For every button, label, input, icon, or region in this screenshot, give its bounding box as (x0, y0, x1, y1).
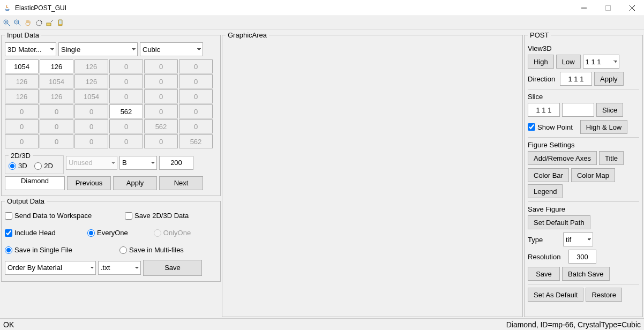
matrix-cell-4-1: 0 (40, 119, 73, 133)
everyone-radio[interactable]: EveryOne (87, 229, 128, 237)
set-default-path-button[interactable]: Set Default Path (528, 215, 590, 229)
figure-save-button[interactable]: Save (528, 267, 560, 281)
slice-header: Slice (528, 93, 639, 101)
matrix-cell-3-3[interactable]: 562 (109, 104, 143, 118)
resolution-input[interactable] (568, 250, 596, 264)
matrix-cell-0-0[interactable]: 1054 (5, 59, 39, 73)
dimension-legend: 2D/3D (9, 152, 33, 160)
matrix-cell-4-5: 0 (179, 119, 213, 133)
close-button[interactable] (620, 0, 644, 16)
matrix-cell-3-5: 0 (179, 104, 213, 118)
handheld-icon[interactable] (56, 18, 65, 28)
java-icon (3, 4, 12, 12)
matrix-cell-0-4: 0 (144, 59, 178, 73)
matrix-cell-0-3: 0 (109, 59, 143, 73)
batch-save-button[interactable]: Batch Save (562, 267, 610, 281)
legend-button: Legend (528, 184, 563, 198)
matrix-cell-1-4: 0 (144, 74, 178, 88)
status-bar: OK Diamond, ID=mp-66, CrystalType=Cubic (0, 318, 644, 330)
high-low-button[interactable]: High & Low (580, 120, 627, 134)
crystal-select[interactable]: Cubic (140, 42, 203, 56)
axes-button[interactable]: Add/Remove Axes (528, 151, 597, 165)
property-select[interactable]: B (119, 156, 157, 170)
svg-rect-1 (605, 5, 610, 10)
matrix-cell-3-2: 0 (74, 104, 108, 118)
matrix-cell-5-3: 0 (109, 134, 143, 148)
data-cursor-icon[interactable] (45, 18, 55, 28)
count-select[interactable]: Single (58, 42, 138, 56)
direction-apply-button[interactable]: Apply (594, 72, 624, 86)
material-select[interactable]: 3D Mater... (5, 42, 56, 56)
matrix-cell-4-2: 0 (74, 119, 108, 133)
order-select[interactable]: Order By Material (5, 261, 96, 275)
output-data-legend: Output Data (5, 197, 47, 205)
slice-hkl-input[interactable] (528, 103, 560, 117)
onlyone-radio: OnlyOne (154, 229, 191, 237)
svg-rect-15 (59, 20, 62, 24)
matrix-cell-5-1: 0 (40, 134, 73, 148)
view3d-header: View3D (528, 44, 639, 52)
titlebar: ElasticPOST_GUI (0, 0, 644, 16)
status-right: Diamond, ID=mp-66, CrystalType=Cubic (506, 320, 641, 329)
output-save-button[interactable]: Save (143, 260, 202, 276)
material-name-field[interactable]: Diamond (5, 176, 65, 190)
high-button[interactable]: High (528, 55, 554, 69)
radio-2d[interactable]: 2D (34, 162, 53, 170)
colorbar-button[interactable]: Color Bar (528, 168, 569, 182)
restore-button[interactable]: Restore (586, 288, 622, 302)
matrix-cell-4-3: 0 (109, 119, 143, 133)
low-button[interactable]: Low (556, 55, 581, 69)
type-label: Type (528, 236, 561, 244)
set-default-button[interactable]: Set As Default (528, 288, 583, 302)
matrix-cell-2-5: 0 (179, 89, 213, 103)
next-button[interactable]: Next (159, 176, 203, 190)
matrix-cell-0-2: 126 (74, 59, 108, 73)
matrix-cell-1-5: 0 (179, 74, 213, 88)
show-point-check[interactable]: Show Point (528, 123, 573, 131)
matrix-cell-4-0: 0 (5, 119, 39, 133)
previous-button[interactable]: Previous (67, 176, 111, 190)
matrix-cell-1-0: 126 (5, 74, 39, 88)
post-legend: POST (528, 31, 551, 39)
hkl-select[interactable]: 1 1 1 (583, 55, 619, 69)
title-button[interactable]: Title (599, 151, 624, 165)
property-value[interactable] (159, 156, 193, 170)
input-data-panel: Input Data 3D Mater... Single Cubic 1054… (1, 31, 221, 196)
svg-line-9 (18, 24, 20, 26)
slice-button[interactable]: Slice (596, 103, 623, 117)
save-single-radio[interactable]: Save in Single File (5, 246, 112, 254)
elastic-matrix: 1054126126000126105412600012612610540000… (5, 59, 217, 148)
radio-3d[interactable]: 3D (9, 162, 27, 170)
matrix-cell-3-0: 0 (5, 104, 39, 118)
post-panel: POST View3D High Low 1 1 1 Direction App… (524, 31, 643, 317)
direction-input[interactable] (560, 72, 592, 86)
include-head-check[interactable]: Include Head (5, 229, 80, 237)
slice-val2-input[interactable] (562, 103, 594, 117)
zoom-out-icon[interactable] (13, 18, 23, 28)
matrix-cell-2-3: 0 (109, 89, 143, 103)
matrix-cell-3-4: 0 (144, 104, 178, 118)
matrix-cell-0-5: 0 (179, 59, 213, 73)
minimize-button[interactable] (572, 0, 596, 16)
save-2d3d-check[interactable]: Save 2D/3D Data (125, 212, 189, 220)
type-select[interactable]: tif (563, 232, 593, 246)
input-data-legend: Input Data (5, 31, 41, 39)
matrix-cell-0-1[interactable]: 126 (40, 59, 73, 73)
matrix-cell-2-4: 0 (144, 89, 178, 103)
matrix-cell-5-5: 562 (179, 134, 213, 148)
ext-select[interactable]: .txt (98, 261, 141, 275)
pan-icon[interactable] (24, 18, 33, 28)
colormap-button[interactable]: Color Map (571, 168, 615, 182)
zoom-in-icon[interactable] (2, 18, 12, 28)
matrix-cell-4-4: 562 (144, 119, 178, 133)
save-multi-radio[interactable]: Save in Multi-files (119, 246, 184, 254)
status-left: OK (3, 320, 14, 329)
rotate-icon[interactable] (34, 18, 44, 28)
unused-select: Unused (66, 156, 117, 170)
send-workspace-check[interactable]: Send Data to Workspace (5, 212, 117, 220)
svg-rect-12 (47, 23, 51, 26)
figure-settings-header: Figure Settings (528, 141, 639, 149)
matrix-cell-5-4: 0 (144, 134, 178, 148)
matrix-cell-5-2: 0 (74, 134, 108, 148)
apply-button[interactable]: Apply (113, 176, 157, 190)
